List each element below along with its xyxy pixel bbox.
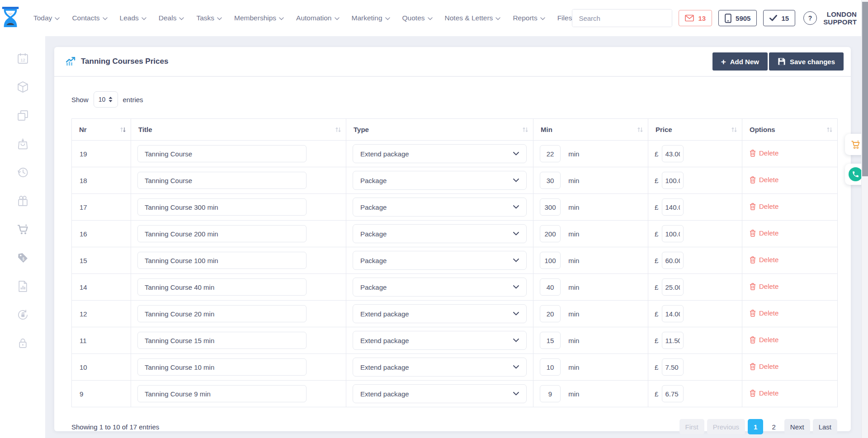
sidebar-item-history[interactable]: [17, 166, 29, 179]
nav-item-deals[interactable]: Deals: [159, 14, 184, 22]
page-length-select[interactable]: 10: [94, 91, 118, 108]
app-logo[interactable]: [0, 7, 21, 29]
delete-button[interactable]: Delete: [749, 283, 778, 290]
add-new-button[interactable]: + Add New: [712, 52, 768, 71]
sidebar-item-packages[interactable]: [17, 81, 29, 93]
delete-button[interactable]: Delete: [749, 203, 778, 210]
nav-item-contacts[interactable]: Contacts: [72, 14, 107, 22]
title-input[interactable]: [137, 278, 307, 296]
title-input[interactable]: [137, 145, 307, 162]
price-input[interactable]: [662, 358, 684, 376]
sidebar-item-reports[interactable]: [17, 280, 29, 292]
sidebar-item-cart[interactable]: [17, 223, 29, 235]
title-input[interactable]: [137, 252, 307, 269]
min-input[interactable]: [540, 278, 561, 296]
title-input[interactable]: [137, 358, 307, 376]
min-input[interactable]: [540, 225, 561, 242]
scrollbar-thumb[interactable]: [862, 2, 868, 176]
tasks-badge[interactable]: 15: [763, 10, 795, 26]
type-select[interactable]: Package: [353, 171, 527, 190]
price-input[interactable]: [662, 252, 684, 269]
price-input[interactable]: [662, 305, 684, 322]
nav-item-memberships[interactable]: Memberships: [234, 14, 284, 22]
pagination-last-button[interactable]: Last: [813, 419, 837, 434]
delete-button[interactable]: Delete: [749, 363, 778, 370]
min-input[interactable]: [540, 358, 561, 376]
delete-button[interactable]: Delete: [749, 176, 778, 184]
type-select[interactable]: Extend package: [353, 331, 527, 350]
nav-item-reports[interactable]: Reports: [513, 14, 545, 22]
price-input[interactable]: [662, 145, 684, 162]
page-scrollbar: [861, 0, 868, 438]
table-row: 14 Package min £: [72, 274, 838, 301]
nav-item-notes-letters[interactable]: Notes & Letters: [445, 14, 501, 22]
type-select-value: Package: [360, 283, 513, 291]
type-select[interactable]: Package: [353, 198, 527, 217]
title-input[interactable]: [137, 198, 307, 216]
column-header-min[interactable]: Min: [533, 119, 648, 141]
sidebar-item-prices[interactable]: $: [17, 252, 29, 264]
sidebar-item-access-sync[interactable]: [17, 309, 29, 321]
type-select[interactable]: Package: [353, 251, 527, 270]
title-input[interactable]: [137, 385, 307, 402]
nav-item-files[interactable]: Files: [557, 14, 572, 22]
type-select[interactable]: Extend package: [353, 384, 527, 403]
column-header-type[interactable]: Type: [346, 119, 533, 141]
pagination-previous-button[interactable]: Previous: [707, 419, 745, 434]
delete-button[interactable]: Delete: [749, 149, 778, 157]
nav-item-tasks[interactable]: Tasks: [196, 14, 222, 22]
delete-button[interactable]: Delete: [749, 336, 778, 344]
price-input[interactable]: [662, 278, 684, 296]
pagination-first-button[interactable]: First: [679, 419, 704, 434]
delete-label: Delete: [759, 336, 778, 344]
price-input[interactable]: [662, 198, 684, 216]
price-input[interactable]: [662, 225, 684, 242]
price-input[interactable]: [662, 385, 684, 402]
min-input[interactable]: [540, 332, 561, 349]
save-changes-button[interactable]: Save changes: [769, 52, 844, 71]
help-button[interactable]: ?: [803, 11, 817, 25]
title-input[interactable]: [137, 305, 307, 322]
min-input[interactable]: [540, 172, 561, 189]
nav-item-marketing[interactable]: Marketing: [352, 14, 390, 22]
type-select[interactable]: Extend package: [353, 358, 527, 377]
column-header-title[interactable]: Title: [131, 119, 346, 141]
min-input[interactable]: [540, 145, 561, 162]
pagination-next-button[interactable]: Next: [784, 419, 810, 434]
title-input[interactable]: [137, 172, 307, 189]
nav-item-today[interactable]: Today: [33, 14, 60, 22]
delete-button[interactable]: Delete: [749, 309, 778, 317]
price-input[interactable]: [662, 172, 684, 189]
type-select[interactable]: Package: [353, 224, 527, 243]
min-input[interactable]: [540, 198, 561, 216]
nav-item-leads[interactable]: Leads: [120, 14, 146, 22]
nav-item-quotes[interactable]: Quotes: [402, 14, 433, 22]
nav-item-automation[interactable]: Automation: [296, 14, 339, 22]
lock-icon: [17, 337, 29, 349]
title-input[interactable]: [137, 225, 307, 242]
min-input[interactable]: [540, 385, 561, 402]
title-input[interactable]: [137, 332, 307, 349]
min-input[interactable]: [540, 305, 561, 322]
type-select[interactable]: Package: [353, 278, 527, 297]
search-input[interactable]: [572, 9, 672, 27]
type-select[interactable]: Extend package: [353, 144, 527, 163]
min-input[interactable]: [540, 252, 561, 269]
sidebar-item-gifts[interactable]: [17, 195, 29, 207]
sidebar-item-security[interactable]: [17, 337, 29, 349]
price-input[interactable]: [662, 332, 684, 349]
pagination-page-1-button[interactable]: 1: [748, 419, 763, 434]
delete-button[interactable]: Delete: [749, 229, 778, 237]
column-header-nr[interactable]: Nr: [72, 119, 131, 141]
calls-badge[interactable]: 5905: [718, 10, 757, 26]
column-header-price[interactable]: Price: [648, 119, 742, 141]
pagination-page-2-button[interactable]: 2: [766, 419, 781, 434]
delete-button[interactable]: Delete: [749, 256, 778, 264]
sidebar-item-duplicates[interactable]: [17, 109, 29, 122]
type-select[interactable]: Extend package: [353, 304, 527, 323]
delete-button[interactable]: Delete: [749, 389, 778, 397]
column-header-options[interactable]: Options: [742, 119, 838, 141]
sidebar-item-bag-orders[interactable]: [17, 138, 29, 150]
sidebar-item-calendar[interactable]: 12: [17, 52, 29, 65]
messages-badge[interactable]: 13: [679, 10, 712, 26]
